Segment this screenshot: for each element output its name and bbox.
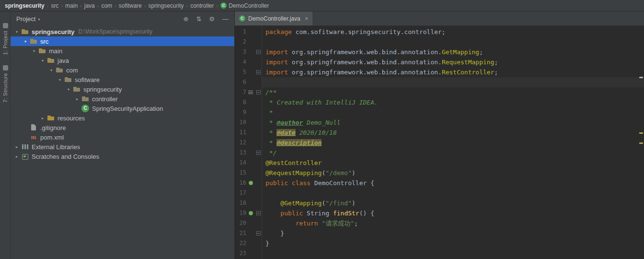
chevron-expanded-icon[interactable]: ▾ [48,68,55,72]
code-line-23[interactable]: 23 [235,248,644,259]
tree-item-main[interactable]: ▾main [11,46,234,56]
breadcrumb-item-springsecurity[interactable]: springsecurity [148,2,184,9]
line-number[interactable]: 8 [235,97,246,107]
editor-body[interactable]: 1package com.sofitware.springsecurity.co… [235,26,644,259]
line-number[interactable]: 19 [235,208,246,218]
tree-item-com[interactable]: ▾com [11,65,234,75]
line-number[interactable]: 15 [235,168,246,178]
line-number[interactable]: 2 [235,37,246,47]
chevron-expanded-icon[interactable]: ▾ [31,49,37,53]
fold-end-icon[interactable]: − [255,148,262,158]
line-number[interactable]: 18 [235,198,246,208]
code-line-6[interactable]: 6 [235,77,644,87]
chevron-expanded-icon[interactable]: ▾ [39,59,46,63]
fold-collapse-icon[interactable]: − [255,87,262,97]
settings-gear-icon[interactable]: ⚙ [209,16,215,22]
line-number[interactable]: 20 [235,218,246,228]
line-number[interactable]: 13 [235,148,246,158]
fold-end-icon[interactable]: − [255,67,262,77]
tree-item-resources[interactable]: ▸resources [11,113,234,123]
breadcrumb-item-controller[interactable]: controller [190,2,214,9]
breadcrumb-item-java[interactable]: java [84,2,95,9]
code-line-16[interactable]: 16public class DemoController { [235,178,644,188]
tool-window-button-1-project[interactable]: 1: Project [0,23,11,55]
code-line-15[interactable]: 15@RequestMapping("/demo") [235,168,644,178]
tab-democontroller-java[interactable]: DemoController.java × [235,12,312,25]
line-number[interactable]: 1 [235,27,246,37]
code-line-4[interactable]: 4import org.springframework.web.bind.ann… [235,57,644,67]
stripe-warning-mark[interactable] [639,142,643,144]
chevron-collapsed-icon[interactable]: ▸ [13,145,20,149]
project-view-selector[interactable]: Project ▾ [16,15,40,23]
tree-item-pom-xml[interactable]: pom.xml [11,132,234,142]
doc-toggle-gutter-icon[interactable] [246,87,255,97]
close-icon[interactable]: × [305,15,309,22]
code-line-1[interactable]: 1package com.sofitware.springsecurity.co… [235,27,644,37]
line-number[interactable]: 10 [235,118,246,128]
code-line-2[interactable]: 2 [235,37,644,47]
code-line-20[interactable]: 20 return "请求成功"; [235,218,644,228]
tree-item-springsecurityapplication[interactable]: SpringSecurityApplication [11,104,234,113]
tree-item-gitignore[interactable]: .gitignore [11,123,234,132]
code-line-13[interactable]: 13− */ [235,148,644,158]
code-line-14[interactable]: 14@RestController [235,158,644,168]
line-number[interactable]: 7 [235,87,246,97]
code-line-11[interactable]: 11 * @date 2020/10/18 [235,128,644,138]
chevron-collapsed-icon[interactable]: ▸ [39,116,46,120]
stripe-warning-mark[interactable] [639,132,643,134]
breadcrumb-item-com[interactable]: com [101,2,112,9]
code-line-17[interactable]: 17 [235,188,644,198]
tree-item-external-libraries[interactable]: ▸External Libraries [11,142,234,152]
line-number[interactable]: 16 [235,178,246,188]
tree-item-sofitware[interactable]: ▾sofitware [11,75,234,84]
code-line-10[interactable]: 10 * @author Demo_Null [235,118,644,128]
tree-item-controller[interactable]: ▸controller [11,94,234,104]
chevron-expanded-icon[interactable]: ▾ [22,39,29,44]
breadcrumb-item-democontroller[interactable]: DemoController [220,2,269,9]
line-number[interactable]: 11 [235,128,246,138]
line-number[interactable]: 12 [235,138,246,148]
line-number[interactable]: 6 [235,77,246,87]
editor-code[interactable]: 1package com.sofitware.springsecurity.co… [235,27,644,259]
tree-item-springsecurity[interactable]: ▾springsecurityD:\WorkSpace\springsecuri… [11,27,234,36]
locate-file-icon[interactable]: ⊕ [184,16,189,22]
code-line-19[interactable]: 19− public String findStr() { [235,208,644,218]
code-line-18[interactable]: 18 @GetMapping("/find") [235,198,644,208]
chevron-collapsed-icon[interactable]: ▸ [13,154,20,159]
chevron-expanded-icon[interactable]: ▾ [13,30,20,34]
code-line-7[interactable]: 7−/** [235,87,644,97]
line-number[interactable]: 21 [235,228,246,238]
code-line-3[interactable]: 3−import org.springframework.web.bind.an… [235,47,644,57]
code-line-5[interactable]: 5−import org.springframework.web.bind.an… [235,67,644,77]
collapse-all-icon[interactable]: ⇅ [196,16,201,22]
tree-item-java[interactable]: ▾java [11,56,234,65]
breadcrumb-item-springsecurity[interactable]: springsecurity [5,2,45,9]
breadcrumb-item-src[interactable]: src [51,2,58,9]
code-line-8[interactable]: 8 * Created with IntelliJ IDEA. [235,97,644,107]
tree-item-scratches-and-consoles[interactable]: ▸Scratches and Consoles [11,152,234,161]
chevron-expanded-icon[interactable]: ▾ [65,87,72,92]
spring-bean-gutter-icon[interactable] [246,178,255,188]
breadcrumb-item-sofitware[interactable]: sofitware [119,2,142,9]
line-number[interactable]: 4 [235,57,246,67]
fold-end-icon[interactable]: − [255,228,262,238]
line-number[interactable]: 22 [235,238,246,248]
code-line-12[interactable]: 12 * @description [235,138,644,148]
line-number[interactable]: 5 [235,67,246,77]
line-number[interactable]: 14 [235,158,246,168]
code-line-9[interactable]: 9 * [235,107,644,118]
tool-window-button-7-structure[interactable]: 7: Structure [0,65,11,103]
chevron-expanded-icon[interactable]: ▾ [57,78,63,82]
tree-item-src[interactable]: ▾src [11,36,234,46]
code-line-21[interactable]: 21− } [235,228,644,238]
line-number[interactable]: 23 [235,248,246,259]
error-stripe[interactable] [638,26,644,259]
fold-collapse-icon[interactable]: − [255,208,262,218]
breadcrumb-item-main[interactable]: main [65,2,78,9]
line-number[interactable]: 17 [235,188,246,198]
line-number[interactable]: 3 [235,47,246,57]
code-line-22[interactable]: 22} [235,238,644,248]
spring-bean-gutter-icon[interactable] [246,208,255,218]
line-number[interactable]: 9 [235,107,246,118]
fold-collapse-icon[interactable]: − [255,47,262,57]
